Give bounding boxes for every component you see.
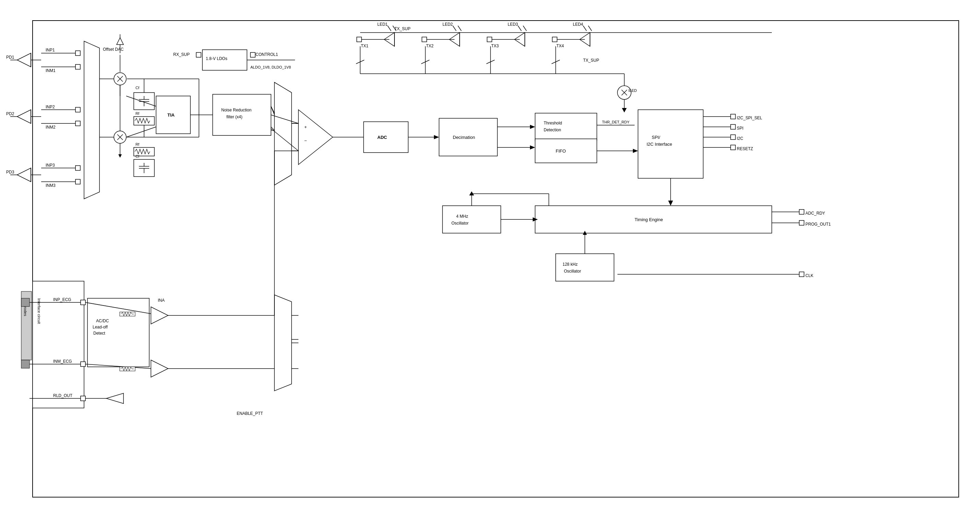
tx3-label: TX3 [491, 44, 499, 48]
amp-plus-label: + [304, 124, 307, 130]
spi-i2c-label1: SPI/ [652, 135, 660, 140]
aldo-label: ALDO_1V8, DLDO_1V8 [250, 65, 291, 69]
thr-det-rdy-label: THR_DET_RDY [602, 120, 630, 124]
svg-rect-17 [75, 121, 80, 126]
tx-sup-label: TX_SUP [583, 58, 599, 63]
adc-label: ADC [377, 135, 387, 140]
fifo-label: FIFO [556, 148, 566, 154]
svg-rect-100 [731, 145, 735, 150]
svg-rect-119 [799, 272, 804, 277]
spi-i2c-label2: I2C Interface [647, 141, 672, 147]
svg-rect-15 [75, 107, 80, 112]
svg-rect-9 [75, 65, 80, 69]
svg-rect-107 [799, 221, 804, 225]
pd2-label: PD2 [6, 111, 14, 116]
svg-rect-96 [731, 124, 735, 129]
timing-engine-label: Timing Engine [635, 217, 663, 222]
tx2-label: TX2 [426, 44, 434, 48]
inp-ecg-label: INP_ECG [53, 297, 72, 302]
acdc-label1: AC/DC [96, 319, 109, 323]
prog-out1-label: PROG_OUT1 [805, 222, 831, 227]
enable-ptt-label: ENABLE_PTT [237, 411, 263, 416]
diagram-container: PD1 INP1 INM1 PD2 INP2 INM2 PD3 INP3 INM… [0, 0, 980, 516]
circuit-diagram: PD1 INP1 INM1 PD2 INP2 INM2 PD3 INP3 INM… [0, 0, 980, 516]
pd3-label: PD3 [6, 170, 14, 175]
inp1-label: INP1 [46, 48, 55, 52]
adc-rdy-label: ADC_RDY [805, 211, 825, 216]
osc128khz-label1: 128 kHz [563, 262, 578, 267]
svg-rect-171 [81, 300, 86, 305]
inm2-label: INM2 [46, 125, 56, 130]
led4-label: LED4 [573, 22, 583, 27]
pd1-label: PD1 [6, 55, 14, 60]
inp3-label: INP3 [46, 163, 55, 168]
rx-sup-label: RX_SUP [173, 52, 190, 57]
rld-out-label: RLD_OUT [53, 393, 73, 398]
svg-rect-173 [81, 362, 86, 367]
inm3-label: INM3 [46, 183, 56, 188]
svg-rect-98 [731, 135, 735, 140]
rf-upper-label: Rf [135, 111, 140, 116]
svg-rect-0 [0, 0, 980, 516]
svg-rect-115 [556, 254, 614, 281]
svg-rect-175 [81, 396, 86, 401]
svg-rect-43 [134, 92, 154, 110]
svg-rect-94 [731, 114, 735, 119]
osc128khz-label2: Oscillator [564, 269, 581, 274]
cf-lower-label: Cf [135, 154, 140, 159]
svg-rect-108 [442, 206, 501, 233]
svg-rect-69 [196, 52, 201, 57]
svg-rect-48 [134, 117, 154, 125]
led2-label: LED2 [442, 22, 453, 27]
svg-rect-145 [552, 37, 557, 42]
led3-label: LED3 [508, 22, 518, 27]
tx-sup-top-label: TX_SUP [395, 26, 410, 31]
tia-label: TIA [167, 113, 175, 117]
interface-circuit-label: Interface circuit [37, 298, 41, 324]
svg-rect-70 [250, 52, 255, 57]
noise-filter-label2: filter (x4) [226, 114, 242, 119]
inp2-label: INP2 [46, 105, 55, 110]
svg-rect-25 [75, 179, 80, 184]
resetz-label: RESETZ [737, 146, 753, 151]
inm-ecg-label: INM_ECG [53, 359, 72, 364]
svg-rect-133 [422, 37, 427, 42]
decimation-label: Decimation [453, 135, 475, 140]
svg-rect-105 [799, 210, 804, 214]
inm1-label: INM1 [46, 68, 56, 73]
svg-rect-7 [75, 51, 80, 56]
offset-dac-label: Offset DAC [103, 47, 124, 52]
rf-lower-label: Rf [135, 142, 140, 146]
ina-label: INA [158, 298, 165, 303]
i2c-label: I2C [737, 136, 743, 141]
noise-filter-label1: Noise Reduction [221, 108, 251, 113]
clk-label: CLK [805, 273, 813, 278]
svg-rect-168 [21, 360, 30, 368]
amp-minus-label: − [304, 138, 307, 143]
ldo-label1: 1.8-V LDOs [206, 56, 228, 61]
iled-label: ILED [628, 89, 637, 92]
osc4mhz-label1: 4 MHz [456, 214, 468, 219]
svg-rect-139 [487, 37, 492, 42]
tx4-label: TX4 [556, 44, 564, 48]
svg-rect-54 [134, 159, 154, 176]
svg-rect-23 [75, 166, 80, 170]
svg-rect-126 [357, 37, 361, 42]
acdc-label3: Detect [93, 331, 105, 336]
svg-rect-87 [535, 113, 597, 141]
threshold-label1: Threshold [544, 121, 562, 125]
osc4mhz-label2: Oscillator [452, 221, 469, 225]
threshold-label2: Detection [544, 127, 561, 132]
svg-rect-167 [21, 298, 30, 306]
i2c-spi-sel-label: I2C_SPI_SEL [737, 116, 762, 120]
led1-label: LED1 [377, 22, 388, 27]
acdc-label2: Lead-off [92, 325, 108, 329]
control1-label: CONTROL1 [256, 52, 278, 57]
cf-upper-label: Cf [135, 86, 140, 90]
tx1-label: TX1 [361, 44, 368, 48]
spi-label: SPI [737, 126, 743, 131]
svg-rect-89 [535, 139, 597, 163]
